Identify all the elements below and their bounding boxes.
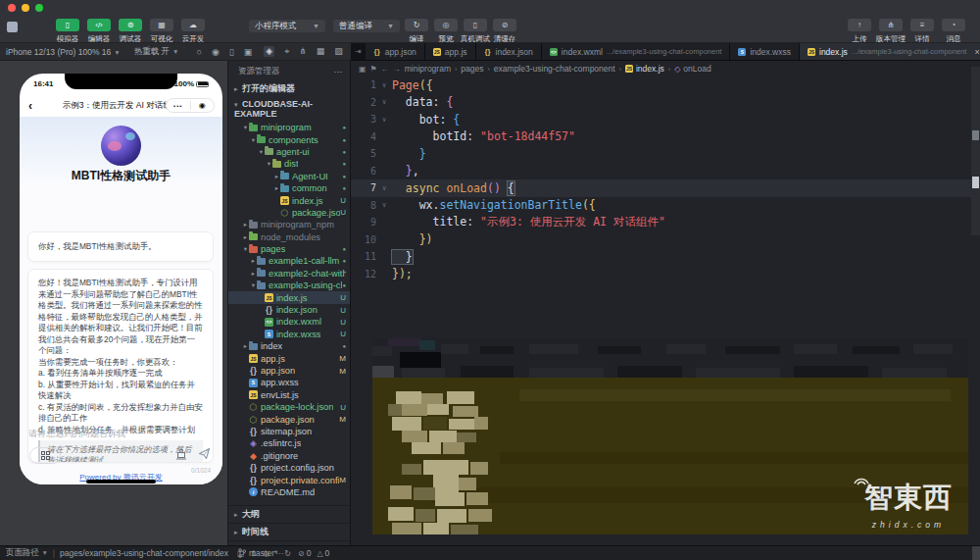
code-line-8[interactable]: 8 ∨ wx.setNavigationBarTitle({ [351,197,980,215]
breadcrumb-item[interactable]: example3-using-chat-component [494,64,615,74]
code-line-5[interactable]: 5 } [351,145,980,163]
sim-control-icon-3[interactable]: ▣ [244,47,253,57]
device-debug-button[interactable]: ▯ 真机调试 [463,19,488,44]
git-branch[interactable]: master* [238,548,277,558]
breadcrumb-item[interactable]: JSindex.js [625,64,664,74]
cloud-dev-button[interactable]: ☁ 云开发 [180,19,206,44]
code-area[interactable]: 1 ∨ Page({ 2 ∨ data: { 3 ∨ bot: { 4 botI… [351,76,980,282]
tree-item-Agent-UI[interactable]: ▸ Agent-UI ● [228,171,350,182]
tree-item-app.js[interactable]: JS app.js M [228,352,350,364]
tree-item-components[interactable]: ▾ components ● [228,133,350,145]
tree-item-agent-ui[interactable]: ▾ agent-ui ● [228,146,350,158]
send-icon[interactable] [198,447,211,460]
compile-button[interactable]: ↻ 编译 [404,19,429,44]
devtool-icon-3[interactable]: ▦ [317,46,325,57]
nav-back-icon[interactable]: ← [381,65,389,74]
open-editors-section[interactable]: ▸打开的编辑器 [228,80,350,97]
tab-app.json[interactable]: {}app.json [366,43,425,60]
minimize-window-button[interactable] [22,4,29,12]
bookmark-icon[interactable]: ▣ [359,65,367,74]
code-line-7[interactable]: 7 ∨ async onLoad() { [351,179,980,197]
tree-item-index.wxml[interactable]: <> index.wxml U [228,316,350,328]
fold-icon[interactable]: ∨ [376,201,392,209]
editor-button[interactable]: ‹/› 编辑器 [86,19,112,44]
tree-item-miniprogram_npm[interactable]: ▸ miniprogram_npm [228,219,350,230]
project-root-section[interactable]: ▾CLOUDBASE-AI-EXAMPLE [228,97,350,121]
devtool-icon-1[interactable]: ⌖ [284,46,289,57]
pin-tabs-icon[interactable]: ⇥ [351,43,366,60]
code-line-12[interactable]: 12 }); [351,266,980,283]
tab-app.js[interactable]: JSapp.js [425,43,476,60]
window-controls[interactable] [8,4,43,12]
tab-index.wxml[interactable]: <>index.wxml .../example3-using-chat-com… [542,43,731,60]
tree-item-miniprogram[interactable]: ▾ miniprogram ● [228,122,350,133]
close-window-button[interactable] [8,4,16,12]
sync-icon[interactable]: ↻ [284,549,291,558]
shortcut-pill-button[interactable] [29,447,61,464]
sim-control-icon-2[interactable]: ▯ [229,47,234,57]
fold-icon[interactable]: ∨ [376,116,392,124]
flag-icon[interactable]: ⚑ [370,65,377,74]
preview-button[interactable]: ◎ 预览 [433,19,459,44]
tree-item-example1-call-llm[interactable]: ▸ example1-call-llm ● [228,255,350,267]
tree-item-sitemap.json[interactable]: {} sitemap.json [228,426,350,437]
breadcrumb-symbol[interactable]: ◇onLoad [674,64,711,74]
hot-reload-toggle[interactable]: 热重载 开▼ [134,46,179,58]
tree-item-package-lock.json[interactable]: ⬡ package-lock.json U [228,401,350,413]
tree-item-.eslintrc.js[interactable]: ◈ .eslintrc.js [228,437,350,449]
version-control-button[interactable]: ⋔ 版本管理 [878,19,904,44]
details-button[interactable]: ≡ 详情 [909,19,935,44]
sim-control-icon-0[interactable]: ○ [197,47,202,57]
upload-button[interactable]: ↑ 上传 [847,19,872,44]
tree-item-index.js[interactable]: JS index.js U [228,194,350,206]
outline-section[interactable]: ▸大纲 [228,506,350,524]
devtool-icon-4[interactable]: ▨ [334,46,343,57]
tree-item-pages[interactable]: ▾ pages ● [228,243,350,255]
visualize-button[interactable]: ▦ 可视化 [149,19,174,44]
code-line-11[interactable]: 11 } [351,248,980,266]
fold-icon[interactable]: ∨ [376,81,392,89]
close-miniprogram-icon[interactable]: ◉ [191,101,215,110]
breadcrumb-item[interactable]: miniprogram [405,64,451,74]
tree-item-example3-using-chat-co...[interactable]: ▾ example3-using-chat-co... ● [228,280,350,291]
page-path-label[interactable]: 页面路径 ▼ [6,547,48,559]
devtool-icon-2[interactable]: ⋔ [299,46,307,57]
tree-item-index[interactable]: ▸ index ● [228,340,350,352]
tree-item-project.config.json[interactable]: {} project.config.json [228,462,350,474]
breadcrumb-item[interactable]: pages [461,64,483,74]
tab-index.js[interactable]: JSindex.js .../example3-using-chat-compo… [800,43,980,60]
simulator-button[interactable]: ▯ 模拟器 [55,19,80,44]
chat-input[interactable]: 请将您遇到的问题告诉我 [28,428,125,440]
maximize-window-button[interactable] [35,4,43,12]
devtool-icon-0[interactable]: ◈ [264,46,274,57]
tree-item-README.md[interactable]: i README.md [228,486,350,498]
tab-index.json[interactable]: {}index.json [476,43,542,60]
code-line-3[interactable]: 3 ∨ bot: { [351,111,980,128]
fold-icon[interactable]: ∨ [376,98,392,106]
timeline-section[interactable]: ▸时间线 [228,524,350,541]
tree-item-package.json[interactable]: ⬡ package.json U [228,207,350,219]
mode-select[interactable]: 小程序模式▼ [249,20,325,32]
tree-item-app.wxss[interactable]: S app.wxss [228,377,350,388]
tree-item-.gitignore[interactable]: ◆ .gitignore [228,450,350,462]
tree-item-node_modules[interactable]: ▸ node_modules [228,231,350,243]
tree-item-envList.js[interactable]: JS envList.js [228,389,350,401]
clear-context-icon[interactable] [175,448,187,460]
tree-item-common[interactable]: ▸ common ● [228,182,350,194]
code-line-2[interactable]: 2 ∨ data: { [351,94,980,112]
code-line-4[interactable]: 4 botId: "bot-18d44f57" [351,128,980,146]
tab-index.wxss[interactable]: Sindex.wxss [730,43,800,60]
device-select[interactable]: iPhone 12/13 (Pro) 100% 16▼ [6,47,121,57]
problems-indicator[interactable]: ⊘0 △0 [298,548,329,558]
tree-item-index.json[interactable]: {} index.json U [228,304,350,316]
nav-forward-icon[interactable]: → [393,65,401,74]
tree-item-index.wxss[interactable]: S index.wxss U [228,329,350,340]
more-menu-icon[interactable]: ••• [167,103,190,109]
tree-item-example2-chat-with-agent[interactable]: ▸ example2-chat-with-agent [228,268,350,280]
code-line-9[interactable]: 9 title: "示例3: 使用云开发 AI 对话组件" [351,214,980,231]
code-line-1[interactable]: 1 ∨ Page({ [351,76,980,94]
messages-button[interactable]: ◔ 消息 [941,19,966,44]
code-line-10[interactable]: 10 }) [351,231,980,249]
sim-control-icon-1[interactable]: ◉ [212,47,220,57]
close-tab-icon[interactable]: × [974,47,979,57]
